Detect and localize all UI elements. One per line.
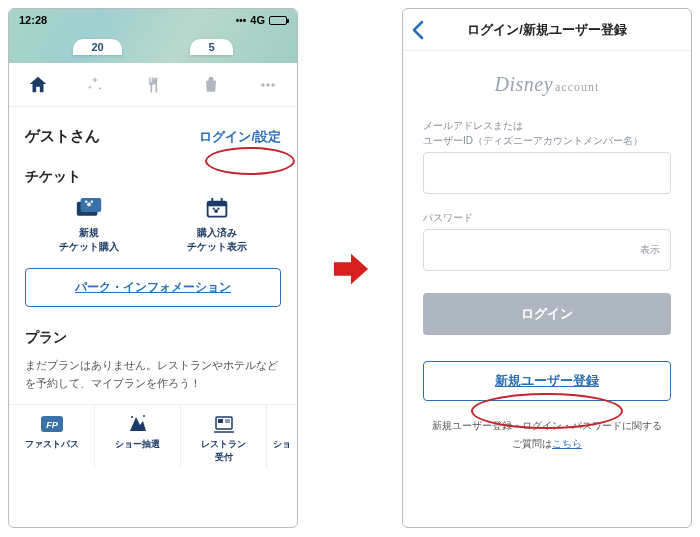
svg-point-1 bbox=[267, 83, 270, 86]
svg-point-18 bbox=[143, 415, 145, 417]
tab-nav bbox=[9, 63, 297, 107]
svg-point-7 bbox=[91, 200, 93, 202]
svg-rect-4 bbox=[81, 198, 102, 212]
svg-point-14 bbox=[217, 208, 219, 210]
plan-desc: まだプランはありません。レストランやホテルなどを予約して、マイプランを作ろう！ bbox=[25, 357, 281, 392]
help-link[interactable]: こちら bbox=[552, 438, 582, 449]
plan-show-lottery[interactable]: ショー抽選 bbox=[95, 405, 181, 468]
map-chip[interactable]: 5 bbox=[190, 39, 232, 55]
park-info-button[interactable]: パーク・インフォメーション bbox=[25, 268, 281, 307]
status-time: 12:28 bbox=[19, 14, 47, 26]
right-phone: ログイン/新規ユーザー登録 Disneyaccount メールアドレスまたは ユ… bbox=[402, 8, 692, 528]
svg-rect-10 bbox=[211, 198, 213, 204]
tab-magic[interactable] bbox=[67, 75, 125, 95]
battery-icon bbox=[269, 16, 287, 25]
show-password[interactable]: 表示 bbox=[640, 230, 660, 270]
svg-rect-20 bbox=[218, 419, 223, 423]
plan-restaurant[interactable]: レストラン 受付 bbox=[181, 405, 267, 468]
svg-point-13 bbox=[213, 208, 215, 210]
ticket-heading: チケット bbox=[25, 168, 281, 186]
fastpass-icon: FP bbox=[39, 413, 65, 435]
status-bar: 12:28 ••• 4G bbox=[9, 9, 297, 31]
svg-point-5 bbox=[87, 203, 91, 207]
svg-point-17 bbox=[131, 416, 133, 418]
map-chip[interactable]: 20 bbox=[73, 39, 121, 55]
tab-more[interactable] bbox=[239, 75, 297, 95]
email-label: メールアドレスまたは ユーザーID（ディズニーアカウントメンバー名） bbox=[423, 118, 671, 148]
svg-point-0 bbox=[262, 83, 265, 86]
left-phone: 12:28 ••• 4G 20 5 ゲストさん ログ bbox=[8, 8, 298, 528]
back-button[interactable] bbox=[411, 9, 425, 50]
arrow-icon bbox=[332, 250, 370, 288]
login-settings-link[interactable]: ログイン/設定 bbox=[199, 128, 281, 146]
ticket-show-icon bbox=[202, 196, 232, 222]
ticket-buy[interactable]: 新規 チケット購入 bbox=[31, 196, 146, 254]
password-label: パスワード bbox=[423, 210, 671, 225]
guest-name: ゲストさん bbox=[25, 127, 100, 146]
tab-shop[interactable] bbox=[182, 75, 240, 95]
login-button[interactable]: ログイン bbox=[423, 293, 671, 335]
show-icon bbox=[125, 413, 151, 435]
help-text: 新規ユーザー登録・ログイン・パスワードに関する ご質問はこちら bbox=[423, 417, 671, 453]
disney-logo: Disneyaccount bbox=[423, 73, 671, 96]
password-field[interactable]: 表示 bbox=[423, 229, 671, 271]
ticket-show[interactable]: 購入済み チケット表示 bbox=[159, 196, 274, 254]
tab-home[interactable] bbox=[9, 74, 67, 96]
page-title: ログイン/新規ユーザー登録 bbox=[467, 21, 627, 39]
svg-text:FP: FP bbox=[46, 420, 58, 430]
svg-rect-11 bbox=[221, 198, 223, 204]
restaurant-icon bbox=[211, 413, 237, 435]
ticket-buy-icon bbox=[74, 196, 104, 222]
signup-button[interactable]: 新規ユーザー登録 bbox=[423, 361, 671, 401]
svg-rect-9 bbox=[208, 202, 227, 207]
svg-point-6 bbox=[85, 200, 87, 202]
tab-dining[interactable] bbox=[124, 75, 182, 95]
header: ログイン/新規ユーザー登録 bbox=[403, 9, 691, 51]
plan-more[interactable]: ショ bbox=[267, 405, 297, 468]
plan-heading: プラン bbox=[25, 329, 281, 347]
email-field[interactable] bbox=[423, 152, 671, 194]
svg-point-12 bbox=[214, 209, 218, 213]
status-net: 4G bbox=[250, 14, 265, 26]
plan-fastpass[interactable]: FP ファストパス bbox=[9, 405, 95, 468]
svg-point-2 bbox=[272, 83, 275, 86]
map-chips: 20 5 bbox=[9, 39, 297, 55]
